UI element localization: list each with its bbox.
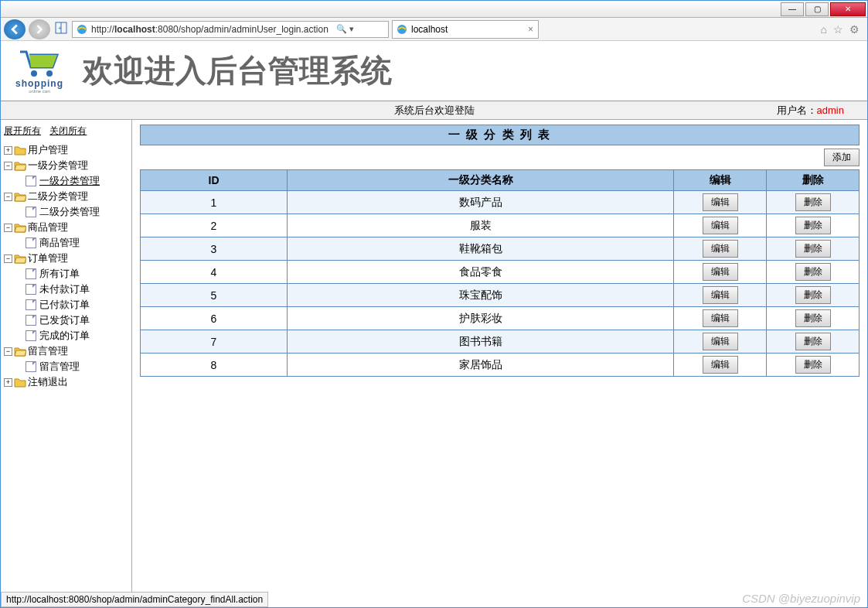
delete-button[interactable]: 删除: [795, 309, 831, 327]
tree-leaf[interactable]: 二级分类管理: [4, 204, 128, 220]
cell-id: 8: [141, 354, 288, 377]
cell-id: 2: [141, 214, 288, 237]
col-delete: 删除: [767, 170, 859, 191]
browser-tab[interactable]: localhost ×: [392, 20, 539, 39]
back-button[interactable]: [4, 19, 26, 39]
tree-node-label[interactable]: 一级分类管理: [28, 159, 88, 172]
edit-button[interactable]: 编辑: [703, 217, 738, 234]
delete-button[interactable]: 删除: [795, 333, 831, 350]
tree-toggle-icon[interactable]: +: [4, 378, 12, 387]
tree-leaf[interactable]: 已付款订单: [4, 297, 128, 313]
window-minimize-button[interactable]: —: [781, 2, 804, 16]
tree-toggle-icon[interactable]: −: [4, 162, 12, 170]
tree-leaf[interactable]: 完成的订单: [4, 328, 128, 343]
add-button[interactable]: 添加: [824, 149, 859, 166]
tree-node[interactable]: +用户管理: [4, 142, 128, 158]
tree-node-label[interactable]: 用户管理: [28, 143, 68, 157]
tree-leaf-label[interactable]: 已付款订单: [39, 298, 90, 312]
tree-toggle-icon[interactable]: −: [4, 347, 12, 356]
tree-leaf[interactable]: 已发货订单: [4, 313, 128, 328]
search-dropdown-icon[interactable]: 🔍 ▾: [332, 24, 359, 34]
nav-tree: +用户管理−一级分类管理一级分类管理−二级分类管理二级分类管理−商品管理商品管理…: [4, 142, 128, 390]
tree-leaf-label[interactable]: 完成的订单: [39, 329, 90, 343]
tree-leaf-label[interactable]: 留言管理: [39, 360, 80, 374]
edit-button[interactable]: 编辑: [703, 286, 738, 304]
delete-button[interactable]: 删除: [795, 286, 831, 304]
table-row: 2服装编辑删除: [141, 214, 859, 237]
compat-view-icon[interactable]: +: [53, 22, 69, 36]
tree-leaf-label[interactable]: 商品管理: [39, 236, 80, 250]
table-row: 3鞋靴箱包编辑删除: [141, 237, 859, 261]
delete-button[interactable]: 删除: [795, 356, 831, 374]
edit-button[interactable]: 编辑: [703, 240, 738, 258]
tree-node[interactable]: −留言管理: [4, 343, 128, 359]
svg-point-4: [31, 70, 37, 77]
favorites-icon[interactable]: ☆: [833, 23, 843, 36]
tree-leaf-label[interactable]: 已发货订单: [39, 313, 90, 327]
cell-id: 4: [141, 261, 288, 284]
table-row: 5珠宝配饰编辑删除: [141, 284, 859, 307]
tree-leaf-label[interactable]: 二级分类管理: [39, 205, 100, 219]
expand-all-link[interactable]: 展开所有: [4, 125, 41, 136]
tree-node-label[interactable]: 注销退出: [28, 375, 68, 389]
tree-node[interactable]: −订单管理: [4, 251, 128, 266]
page-icon: [26, 237, 36, 248]
table-row: 8家居饰品编辑删除: [141, 354, 859, 377]
edit-button[interactable]: 编辑: [703, 356, 738, 374]
tree-leaf-label[interactable]: 一级分类管理: [39, 174, 100, 188]
tree-leaf[interactable]: 留言管理: [4, 359, 128, 374]
cell-name: 服装: [288, 214, 674, 237]
tree-node[interactable]: +注销退出: [4, 374, 128, 390]
address-bar[interactable]: http://localhost:8080/shop/admin/adminUs…: [72, 21, 389, 38]
forward-button[interactable]: [29, 19, 50, 39]
tree-toggle-icon[interactable]: −: [4, 254, 12, 263]
tree-leaf[interactable]: 未付款订单: [4, 282, 128, 297]
edit-button[interactable]: 编辑: [703, 309, 738, 327]
tree-node-label[interactable]: 订单管理: [28, 251, 68, 265]
window-maximize-button[interactable]: ▢: [805, 2, 829, 16]
settings-icon[interactable]: ⚙: [849, 23, 859, 36]
user-name: admin: [817, 104, 844, 116]
tab-close-icon[interactable]: ×: [528, 24, 533, 35]
edit-button[interactable]: 编辑: [703, 263, 738, 281]
delete-button[interactable]: 删除: [795, 263, 831, 281]
table-row: 6护肤彩妆编辑删除: [141, 307, 859, 330]
page-icon: [26, 284, 36, 295]
svg-point-5: [46, 70, 53, 77]
cell-name: 图书书籍: [288, 330, 674, 354]
tree-toggle-icon[interactable]: −: [4, 224, 12, 232]
cell-id: 5: [141, 284, 288, 307]
tree-node-label[interactable]: 二级分类管理: [28, 190, 88, 203]
delete-button[interactable]: 删除: [795, 217, 831, 234]
tree-toggle-icon[interactable]: −: [4, 193, 12, 201]
tree-leaf[interactable]: 所有订单: [4, 266, 128, 282]
tree-toggle-icon[interactable]: +: [4, 146, 12, 155]
logo-name: shopping: [9, 78, 70, 89]
delete-button[interactable]: 删除: [795, 193, 831, 211]
tree-node[interactable]: −二级分类管理: [4, 189, 128, 204]
home-icon[interactable]: ⌂: [821, 23, 827, 36]
page-title: 欢迎进入后台管理系统: [83, 50, 392, 92]
tree-node[interactable]: −商品管理: [4, 220, 128, 235]
cell-id: 6: [141, 307, 288, 330]
edit-button[interactable]: 编辑: [703, 193, 738, 211]
tree-node-label[interactable]: 留言管理: [28, 344, 68, 358]
collapse-all-link[interactable]: 关闭所有: [49, 125, 87, 136]
page-icon: [26, 268, 36, 279]
window-close-button[interactable]: ✕: [830, 2, 866, 16]
ie-favicon-icon: [396, 23, 408, 36]
delete-button[interactable]: 删除: [795, 240, 831, 258]
tree-leaf[interactable]: 商品管理: [4, 235, 128, 251]
cell-name: 数码产品: [288, 191, 674, 214]
edit-button[interactable]: 编辑: [703, 333, 738, 350]
folder-icon: [14, 253, 26, 264]
sidebar: 展开所有 关闭所有 +用户管理−一级分类管理一级分类管理−二级分类管理二级分类管…: [1, 120, 132, 607]
tree-leaf-label[interactable]: 未付款订单: [39, 282, 90, 296]
status-welcome: 系统后台欢迎登陆: [394, 104, 475, 118]
tree-leaf-label[interactable]: 所有订单: [39, 267, 80, 281]
tree-leaf[interactable]: 一级分类管理: [4, 173, 128, 189]
cell-name: 家居饰品: [288, 354, 674, 377]
tree-node-label[interactable]: 商品管理: [28, 220, 68, 234]
page-icon: [26, 207, 36, 217]
tree-node[interactable]: −一级分类管理: [4, 158, 128, 173]
